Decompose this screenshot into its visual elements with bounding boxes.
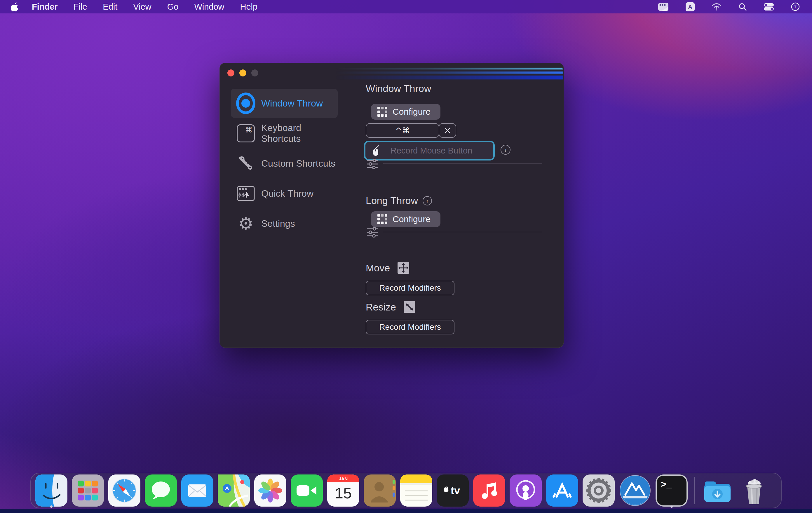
advanced-options-icon[interactable]: [367, 159, 379, 171]
terminal-icon: >_: [656, 475, 688, 507]
dock-icon-podcasts[interactable]: [509, 474, 542, 507]
apple-menu-icon[interactable]: [11, 2, 19, 12]
shortcut-value-field[interactable]: ^⌘: [366, 123, 439, 138]
record-mouse-placeholder: Record Mouse Button: [380, 146, 483, 155]
sidebar-item-keyboard-shortcuts[interactable]: ⌘ Keyboard Shortcuts: [231, 119, 338, 148]
sidebar-item-label: Keyboard Shortcuts: [261, 123, 338, 144]
move-icon: [398, 262, 409, 274]
dock-icon-launchpad[interactable]: [71, 474, 104, 507]
tools-icon: [236, 154, 255, 173]
launchpad-icon: [72, 475, 104, 507]
dock-icon-terminal[interactable]: >_: [655, 474, 688, 507]
minimize-button[interactable]: [239, 69, 246, 77]
menu-item-help[interactable]: Help: [240, 2, 258, 12]
menu-item-edit[interactable]: Edit: [103, 2, 117, 12]
info-icon[interactable]: i: [423, 196, 432, 205]
svg-text:7: 7: [794, 4, 796, 9]
dock-icon-mail[interactable]: [181, 474, 214, 507]
wallpaper-bottom-strip: [0, 509, 812, 513]
menu-item-window[interactable]: Window: [194, 2, 224, 12]
section-title-window-throw: Window Throw: [366, 83, 431, 94]
dock-icon-apple-tv[interactable]: tv: [436, 474, 469, 507]
grid-icon: [377, 107, 387, 117]
running-indicator: [50, 505, 53, 508]
bullseye-icon: [236, 94, 255, 113]
sidebar-item-label: Quick Throw: [261, 188, 314, 199]
dock-icon-photos[interactable]: [254, 474, 287, 507]
wifi-warning-icon[interactable]: [712, 3, 722, 11]
dock-icon-facetime[interactable]: [290, 474, 323, 507]
sidebar-item-settings[interactable]: ⚙ Settings: [231, 209, 338, 238]
window-app-icon: [619, 475, 651, 507]
app-store-icon: [546, 475, 578, 507]
traffic-lights: [227, 69, 258, 77]
mail-icon: [181, 475, 213, 507]
advanced-options-icon[interactable]: [367, 227, 379, 239]
menu-item-finder[interactable]: Finder: [32, 2, 58, 12]
dock-icon-window-app[interactable]: [619, 474, 651, 507]
sidebar-item-window-throw[interactable]: Window Throw: [231, 89, 338, 118]
dock-icon-messages[interactable]: [144, 474, 177, 507]
contacts-icon: [364, 475, 396, 507]
menu-item-file[interactable]: File: [74, 2, 87, 12]
configure-button-window-throw[interactable]: Configure: [371, 104, 440, 120]
calendar-icon: JAN 15: [327, 475, 359, 507]
info-icon[interactable]: i: [500, 145, 511, 155]
menu-items: Finder File Edit View Go Window Help: [32, 2, 257, 12]
input-source-icon[interactable]: A: [686, 2, 695, 11]
finder-icon: [35, 475, 67, 507]
configure-button-long-throw[interactable]: Configure: [371, 211, 440, 227]
resize-icon: [404, 301, 415, 313]
x-icon: [444, 127, 451, 134]
dock-icon-notes[interactable]: [400, 474, 433, 507]
dock-icon-trash[interactable]: [737, 474, 770, 507]
sidebar-item-quick-throw[interactable]: Quick Throw: [231, 179, 338, 208]
dock-icon-maps[interactable]: [218, 474, 250, 507]
dock-icon-downloads[interactable]: [701, 474, 734, 507]
spotlight-search-icon[interactable]: [738, 3, 747, 11]
keyboard-brightness-icon[interactable]: [658, 3, 669, 11]
clear-shortcut-button[interactable]: [439, 123, 456, 138]
dock-icon-finder[interactable]: [35, 474, 68, 507]
control-center-icon[interactable]: [763, 3, 774, 11]
record-modifiers-move-button[interactable]: Record Modifiers: [366, 281, 455, 295]
clock-icon[interactable]: 7: [791, 2, 800, 11]
trash-icon: [738, 475, 770, 507]
maps-icon: [218, 475, 250, 507]
facetime-icon: [291, 475, 323, 507]
desktop: Finder File Edit View Go Window Help A: [0, 0, 812, 513]
downloads-icon: [701, 475, 733, 507]
zoom-button[interactable]: [251, 69, 258, 77]
dock-icon-app-store[interactable]: [546, 474, 579, 507]
divider: [383, 163, 542, 164]
grid-icon: [377, 214, 387, 224]
safari-icon: [108, 475, 140, 507]
window-cursors-icon: [236, 184, 255, 203]
running-indicator: [670, 505, 673, 508]
dock-icon-safari[interactable]: [108, 474, 141, 507]
sidebar-item-label: Settings: [261, 218, 295, 229]
dock-icon-calendar[interactable]: JAN 15: [327, 474, 359, 507]
dock-icon-system-preferences[interactable]: [582, 474, 615, 507]
notes-icon: [400, 475, 432, 507]
photos-icon: [254, 475, 286, 507]
shortcut-recorder: ^⌘: [366, 123, 456, 138]
menu-item-view[interactable]: View: [133, 2, 151, 12]
close-button[interactable]: [227, 69, 234, 77]
resize-label: Resize: [366, 301, 396, 313]
svg-text:tv: tv: [451, 485, 460, 497]
podcasts-icon: [510, 475, 542, 507]
menu-item-go[interactable]: Go: [167, 2, 179, 12]
svg-text:15: 15: [335, 485, 352, 502]
dock-icon-contacts[interactable]: [364, 474, 396, 507]
system-preferences-icon: [583, 475, 615, 507]
svg-text:>_: >_: [661, 479, 672, 490]
apple-tv-icon: tv: [437, 475, 469, 507]
move-row: Move: [366, 262, 409, 274]
record-mouse-button-field[interactable]: Record Mouse Button: [364, 141, 495, 160]
configure-label: Configure: [393, 107, 431, 117]
svg-text:A: A: [688, 3, 692, 10]
record-modifiers-resize-button[interactable]: Record Modifiers: [366, 320, 455, 334]
sidebar-item-custom-shortcuts[interactable]: Custom Shortcuts: [231, 149, 338, 178]
dock-icon-music[interactable]: [473, 474, 505, 507]
